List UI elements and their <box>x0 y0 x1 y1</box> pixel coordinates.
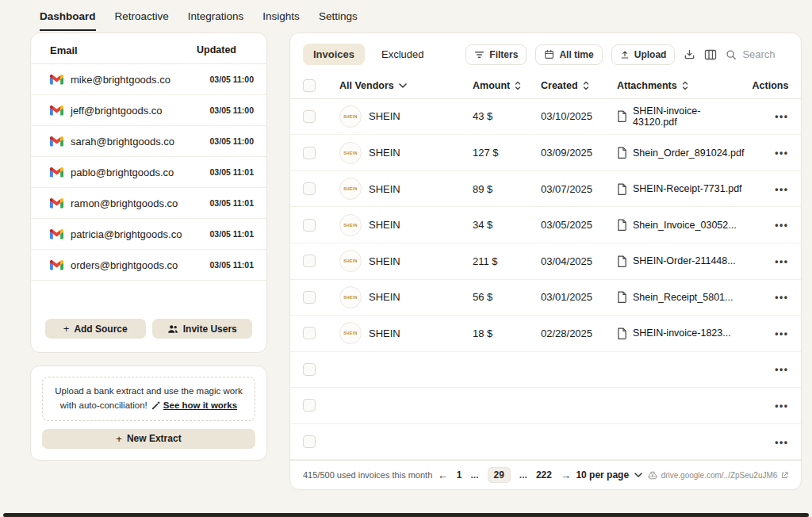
email-source-row[interactable]: mike@brightgoods.co 03/05 11:00 <box>31 64 266 95</box>
invoice-created: 03/01/2025 <box>541 291 617 303</box>
select-all-checkbox[interactable] <box>303 79 316 92</box>
extract-upload-dropzone[interactable]: Upload a bank extract and use the magic … <box>42 377 255 421</box>
header-vendors[interactable]: All Vendors <box>339 80 394 91</box>
attachment-name[interactable]: SHEIN-invoice-43120.pdf <box>633 105 744 128</box>
pdf-file-icon <box>617 110 627 122</box>
bank-extract-panel: Upload a bank extract and use the magic … <box>30 366 267 461</box>
vendor-logo-badge: SHEIN <box>339 250 362 272</box>
invoices-footer: 415/500 used invoices this month ← 1 ...… <box>290 460 801 489</box>
row-checkbox[interactable] <box>303 291 316 304</box>
pdf-file-icon <box>617 327 627 339</box>
invoice-row[interactable]: SHEINSHEIN 211 $ 03/04/2025 SHEIN-Order-… <box>290 243 801 280</box>
header-attachments[interactable]: Attachments <box>617 80 677 91</box>
invoice-row-empty[interactable]: ••• <box>290 388 801 424</box>
invoice-created: 03/04/2025 <box>541 255 617 267</box>
gmail-icon <box>50 228 63 239</box>
calendar-icon <box>544 49 554 59</box>
invoice-row[interactable]: SHEINSHEIN 18 $ 02/28/2025 SHEIN-invoice… <box>290 316 801 352</box>
add-source-button[interactable]: + Add Source <box>45 319 146 339</box>
new-extract-button[interactable]: + New Extract <box>42 429 255 449</box>
email-source-row[interactable]: pablo@brightgoods.co 03/05 11:01 <box>31 157 266 188</box>
gmail-icon <box>50 105 63 116</box>
attachment-name[interactable]: Shein_Order_891024.pdf <box>633 147 744 159</box>
invoice-row[interactable]: SHEINSHEIN 34 $ 03/05/2025 Shein_Invoice… <box>290 207 801 243</box>
next-page-arrow-icon[interactable]: → <box>561 469 571 481</box>
invoice-row[interactable]: SHEINSHEIN 56 $ 03/01/2025 Shein_Receipt… <box>290 280 801 316</box>
current-page-number[interactable]: 29 <box>488 467 511 483</box>
email-source-row[interactable]: ramon@brightgoods.co 03/05 11:01 <box>31 188 266 219</box>
invoice-row[interactable]: SHEINSHEIN 43 $ 03/10/2025 SHEIN-invoice… <box>290 99 801 136</box>
vendor-logo-badge: SHEIN <box>339 142 362 164</box>
row-actions-menu-icon[interactable]: ••• <box>775 292 788 303</box>
invoice-row[interactable]: SHEINSHEIN 127 $ 03/09/2025 Shein_Order_… <box>290 135 801 171</box>
email-sources-panel: Email Updated mike@brightgoods.co 03/05 … <box>30 33 267 353</box>
search-input[interactable] <box>742 48 788 60</box>
source-updated: 03/05 11:00 <box>210 105 254 115</box>
attachment-name[interactable]: Shein_Receipt_5801... <box>633 292 733 303</box>
email-source-row[interactable]: sarah@brightgoods.co 03/05 11:00 <box>31 126 266 157</box>
sources-header: Email Updated <box>31 33 266 64</box>
row-actions-menu-icon[interactable]: ••• <box>775 364 788 375</box>
all-time-button[interactable]: All time <box>535 44 602 65</box>
row-actions-menu-icon[interactable]: ••• <box>775 111 788 122</box>
invoice-row-empty[interactable]: ••• <box>290 352 801 389</box>
page-number[interactable]: 1 <box>457 469 462 481</box>
tab-dashboard[interactable]: Dashboard <box>40 10 96 31</box>
tab-insights[interactable]: Insights <box>262 10 300 31</box>
row-checkbox[interactable] <box>303 327 316 339</box>
page-number[interactable]: 222 <box>536 469 552 481</box>
add-source-label: Add Source <box>74 324 127 335</box>
row-checkbox[interactable] <box>303 399 316 412</box>
row-actions-menu-icon[interactable]: ••• <box>775 256 788 267</box>
sources-actions: + Add Source Invite Users <box>31 319 266 352</box>
header-amount[interactable]: Amount <box>473 80 510 91</box>
all-time-label: All time <box>559 49 593 60</box>
row-checkbox[interactable] <box>303 363 316 376</box>
tab-retroactive[interactable]: Retroactive <box>115 10 169 31</box>
row-actions-menu-icon[interactable]: ••• <box>775 400 788 412</box>
gmail-icon <box>50 259 63 270</box>
vendor-name: SHEIN <box>369 219 400 231</box>
filters-button[interactable]: Filters <box>465 44 527 65</box>
invoice-row-empty[interactable]: ••• <box>290 424 801 461</box>
pdf-file-icon <box>617 147 627 159</box>
new-extract-label: New Extract <box>127 433 182 444</box>
invoice-row[interactable]: SHEINSHEIN 89 $ 03/07/2025 SHEIN-Receipt… <box>290 171 801 208</box>
row-actions-menu-icon[interactable]: ••• <box>775 328 788 339</box>
header-created[interactable]: Created <box>541 80 578 91</box>
attachment-name[interactable]: SHEIN-Receipt-7731.pdf <box>633 183 742 194</box>
prev-page-arrow-icon[interactable]: ← <box>438 469 448 481</box>
drive-link[interactable]: drive.google.com/../ZpSeu2uJM6 <box>648 471 789 480</box>
gmail-icon <box>50 167 63 178</box>
vendor-logo-badge: SHEIN <box>339 178 362 200</box>
attachment-name[interactable]: SHEIN-invoice-1823... <box>633 327 731 339</box>
per-page-select[interactable]: 10 per page <box>576 469 642 481</box>
tab-invoices[interactable]: Invoices <box>303 44 365 65</box>
row-checkbox[interactable] <box>303 147 316 159</box>
search-box <box>726 48 788 60</box>
email-source-row[interactable]: orders@brightgoods.co 03/05 11:01 <box>31 250 266 281</box>
attachment-name[interactable]: Shein_Invoice_03052... <box>633 220 737 231</box>
invoice-created: 03/10/2025 <box>541 110 617 122</box>
row-checkbox[interactable] <box>303 182 316 195</box>
vendor-logo-badge: SHEIN <box>339 214 362 236</box>
see-how-it-works-link[interactable]: See how it works <box>163 400 237 410</box>
tab-excluded[interactable]: Excluded <box>371 44 434 65</box>
invite-users-button[interactable]: Invite Users <box>152 319 253 339</box>
email-source-row[interactable]: patricia@brightgoods.co 03/05 11:01 <box>31 219 266 250</box>
upload-button[interactable]: Upload <box>611 44 676 65</box>
tab-integrations[interactable]: Integrations <box>188 10 244 31</box>
row-checkbox[interactable] <box>303 255 316 267</box>
row-checkbox[interactable] <box>303 110 316 123</box>
row-actions-menu-icon[interactable]: ••• <box>775 220 788 231</box>
import-tray-icon[interactable] <box>684 48 695 60</box>
row-actions-menu-icon[interactable]: ••• <box>775 184 788 195</box>
attachment-name[interactable]: SHEIN-Order-211448... <box>633 255 736 266</box>
row-checkbox[interactable] <box>303 219 316 232</box>
row-actions-menu-icon[interactable]: ••• <box>775 147 788 159</box>
row-checkbox[interactable] <box>303 435 316 448</box>
row-actions-menu-icon[interactable]: ••• <box>775 437 788 448</box>
columns-icon[interactable] <box>704 49 717 60</box>
tab-settings[interactable]: Settings <box>319 10 358 31</box>
email-source-row[interactable]: jeff@brightgoods.co 03/05 11:00 <box>31 95 266 126</box>
